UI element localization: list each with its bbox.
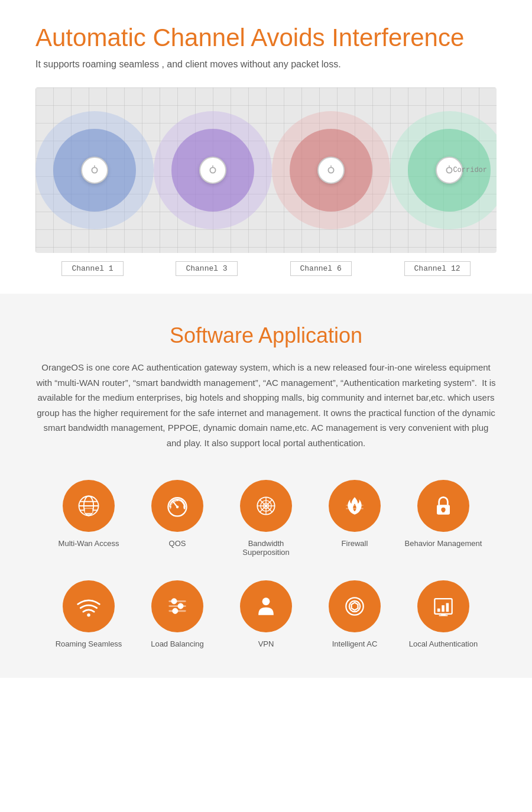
channel-ap-2 (154, 111, 272, 229)
behavior-label: Behavior Management (405, 539, 482, 548)
svg-rect-11 (85, 509, 93, 513)
channel-label-3: Channel 6 (290, 261, 352, 276)
feature-qos: QOS (136, 474, 219, 563)
svg-rect-45 (442, 605, 445, 612)
ap-device-2 (199, 157, 226, 184)
svg-point-3 (446, 167, 452, 173)
svg-rect-27 (346, 508, 363, 509)
feature-firewall: Firewall (313, 474, 396, 563)
load-balancing-label: Load Balancing (151, 639, 204, 648)
svg-point-1 (210, 167, 215, 173)
vpn-icon-circle (240, 580, 292, 632)
feature-vpn: VPN (225, 574, 307, 654)
channel-label-4: Channel 12 (404, 261, 471, 276)
channel-label-1: Channel 1 (61, 261, 123, 276)
feature-bandwidth: Bandwidth Superposition (225, 474, 307, 563)
qos-label: QOS (169, 539, 186, 548)
feature-multi-wan: Multi-Wan Access (47, 474, 130, 563)
lock-icon (430, 493, 456, 519)
roaming-icon-circle (63, 580, 115, 632)
person-icon (253, 593, 279, 619)
firewall-label: Firewall (342, 539, 368, 548)
channel-ap-1 (35, 111, 154, 229)
channel-labels: Channel 1 Channel 3 Channel 6 Channel 12 (35, 261, 497, 276)
intelligent-ac-icon-circle (329, 580, 381, 632)
qos-icon-circle (151, 480, 203, 532)
intelligent-ac-label: Intelligent AC (332, 639, 378, 648)
feature-roaming: Roaming Seamless (47, 574, 130, 654)
multi-wan-icon-circle (63, 480, 115, 532)
svg-marker-42 (352, 603, 358, 610)
speedometer-icon (164, 493, 190, 519)
feature-behavior: Behavior Management (402, 474, 485, 563)
svg-point-37 (178, 603, 183, 609)
features-row-2: Roaming Seamless Load Balancing (35, 574, 497, 654)
feature-load-balancing: Load Balancing (136, 574, 219, 654)
svg-point-36 (171, 599, 177, 604)
channel-title: Automatic Channel Avoids Interference (35, 24, 497, 52)
bandwidth-label: Bandwidth Superposition (225, 539, 307, 557)
svg-point-19 (176, 506, 179, 509)
svg-rect-44 (437, 609, 440, 612)
roaming-label: Roaming Seamless (56, 639, 122, 648)
bandwidth-icon-circle (240, 480, 292, 532)
corridor-label: Corridor (453, 166, 487, 174)
svg-point-2 (328, 167, 333, 173)
ap-device-1 (81, 157, 108, 184)
svg-point-39 (262, 597, 270, 605)
svg-point-0 (92, 167, 97, 173)
channel-label-2: Channel 3 (176, 261, 237, 276)
features-row-1: Multi-Wan Access (35, 474, 497, 563)
wifi-icon (76, 593, 102, 619)
channel-ap-3 (272, 111, 390, 229)
local-auth-label: Local Authentication (409, 639, 478, 648)
software-description: OrangeOS is one core AC authentication g… (35, 360, 497, 450)
vpn-label: VPN (258, 639, 274, 648)
svg-rect-48 (439, 615, 448, 616)
channel-subtitle: It supports roaming seamless , and clien… (35, 59, 497, 70)
svg-rect-46 (446, 603, 449, 612)
ap-device-3 (317, 157, 345, 184)
globe-icon (76, 493, 102, 519)
software-title: Software Application (35, 323, 497, 348)
chart-icon (430, 593, 456, 619)
software-section: Software Application OrangeOS is one cor… (0, 294, 532, 678)
firewall-icon-circle (329, 480, 381, 532)
load-balancing-icon-circle (151, 580, 203, 632)
spider-icon (253, 493, 279, 519)
svg-point-32 (87, 613, 90, 617)
local-auth-icon-circle (417, 580, 469, 632)
channel-section: Automatic Channel Avoids Interference It… (0, 0, 532, 294)
sliders-icon (164, 593, 190, 619)
svg-rect-10 (86, 514, 90, 515)
feature-local-auth: Local Authentication (402, 574, 485, 654)
feature-intelligent-ac: Intelligent AC (313, 574, 396, 654)
multi-wan-label: Multi-Wan Access (59, 539, 119, 548)
fire-icon (342, 493, 368, 519)
channel-diagram: Corridor (35, 87, 497, 253)
svg-rect-31 (442, 509, 445, 512)
svg-rect-28 (346, 505, 363, 506)
svg-point-38 (173, 608, 178, 613)
behavior-icon-circle (417, 480, 469, 532)
hexagon-icon (342, 593, 368, 619)
